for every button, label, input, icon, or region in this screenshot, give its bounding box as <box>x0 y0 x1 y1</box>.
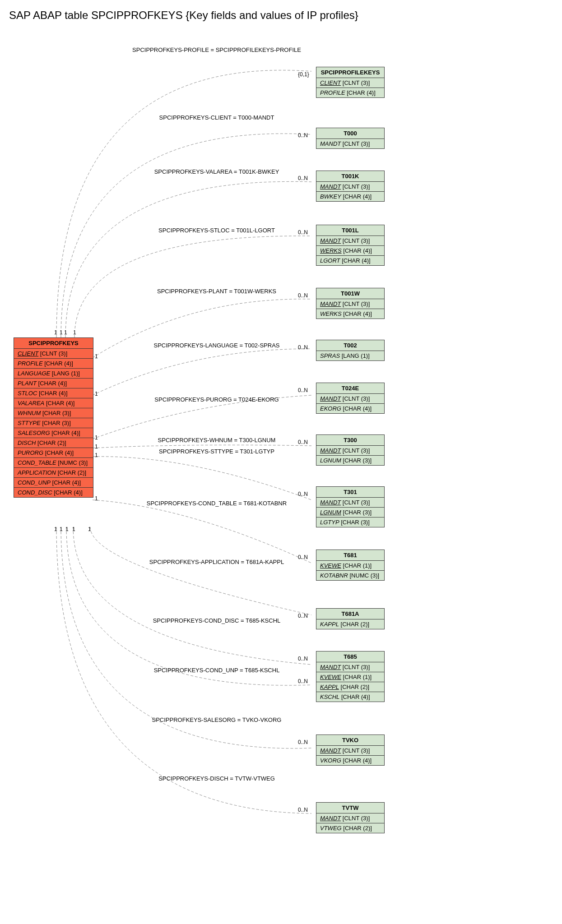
entity-header: T000 <box>316 128 384 139</box>
relation-label: SPCIPPROFKEYS-CLIENT = T000-MANDT <box>126 114 307 121</box>
entity-field: KAPPL [CHAR (2)] <box>316 682 384 692</box>
entity-field: SPRAS [LANG (1)] <box>316 351 384 360</box>
entity-field: BWKEY [CHAR (4)] <box>316 192 384 201</box>
entity-t001w: T001WMANDT [CLNT (3)]WERKS [CHAR (4)] <box>316 288 385 319</box>
entity-field: WERKS [CHAR (4)] <box>316 246 384 256</box>
cardinality-main-right: 1 <box>95 434 98 441</box>
entity-field: LGTYP [CHAR (3)] <box>316 517 384 527</box>
cardinality-main-top: 1 <box>73 329 76 336</box>
entity-field: MANDT [CLNT (3)] <box>316 746 384 756</box>
entity-header: T681 <box>316 550 384 561</box>
entity-field: CLIENT [CLNT (3)] <box>316 78 384 88</box>
entity-header: SPCIPPROFILEKEYS <box>316 67 384 78</box>
entity-t300: T300MANDT [CLNT (3)]LGNUM [CHAR (3)] <box>316 434 385 466</box>
entity-header: T001L <box>316 225 384 236</box>
cardinality: 0..N <box>298 491 308 497</box>
entity-header: T301 <box>316 487 384 498</box>
entity-main-field: CLIENT [CLNT (3)] <box>14 349 93 359</box>
relation-label: SPCIPPROFKEYS-STTYPE = T301-LGTYP <box>126 448 307 455</box>
cardinality-main-top: 1 <box>60 329 63 336</box>
entity-header: TVKO <box>316 735 384 746</box>
relation-label: SPCIPPROFKEYS-COND_TABLE = T681-KOTABNR <box>126 500 307 507</box>
relation-label: SPCIPPROFKEYS-VALAREA = T001K-BWKEY <box>126 168 307 175</box>
entity-main-field: PURORG [CHAR (4)] <box>14 448 93 458</box>
relation-label: SPCIPPROFKEYS-DISCH = TVTW-VTWEG <box>126 775 307 782</box>
entity-field: WERKS [CHAR (4)] <box>316 309 384 319</box>
entity-main-field: COND_DISC [CHAR (4)] <box>14 488 93 497</box>
entity-spcipprofilekeys: SPCIPPROFILEKEYSCLIENT [CLNT (3)]PROFILE… <box>316 67 385 98</box>
cardinality-main-right: 1 <box>95 495 98 502</box>
entity-field: MANDT [CLNT (3)] <box>316 446 384 456</box>
entity-t681: T681KVEWE [CHAR (1)]KOTABNR [NUMC (3)] <box>316 550 385 581</box>
entity-tvtw: TVTWMANDT [CLNT (3)]VTWEG [CHAR (2)] <box>316 802 385 833</box>
entity-t000: T000MANDT [CLNT (3)] <box>316 128 385 149</box>
entity-header: T300 <box>316 435 384 446</box>
relation-label: SPCIPPROFKEYS-PURORG = T024E-EKORG <box>126 396 307 403</box>
cardinality: 0..N <box>298 387 308 393</box>
entity-t301: T301MANDT [CLNT (3)]LGNUM [CHAR (3)]LGTY… <box>316 486 385 527</box>
entity-main-field: VALAREA [CHAR (4)] <box>14 398 93 408</box>
entity-main-field: COND_TABLE [NUMC (3)] <box>14 458 93 468</box>
entity-t001k: T001KMANDT [CLNT (3)]BWKEY [CHAR (4)] <box>316 171 385 202</box>
entity-main-header: SPCIPPROFKEYS <box>14 338 93 349</box>
entity-main-field: LANGUAGE [LANG (1)] <box>14 369 93 379</box>
relation-label: SPCIPPROFKEYS-COND_DISC = T685-KSCHL <box>126 617 307 624</box>
cardinality-main-right: 1 <box>95 452 98 458</box>
entity-field: KVEWE [CHAR (1)] <box>316 561 384 571</box>
relation-label: SPCIPPROFKEYS-WHNUM = T300-LGNUM <box>126 437 307 444</box>
relation-label: SPCIPPROFKEYS-APPLICATION = T681A-KAPPL <box>126 559 307 565</box>
cardinality-t685-2: 0..N <box>298 678 308 684</box>
entity-header: T002 <box>316 340 384 351</box>
entity-field: KOTABNR [NUMC (3)] <box>316 571 384 580</box>
relation-label: SPCIPPROFKEYS-SALESORG = TVKO-VKORG <box>126 716 307 723</box>
relation-label: SPCIPPROFKEYS-LANGUAGE = T002-SPRAS <box>126 342 307 349</box>
entity-field: VKORG [CHAR (4)] <box>316 756 384 765</box>
entity-field: MANDT [CLNT (3)] <box>316 236 384 246</box>
cardinality-main-right: 1 <box>95 353 98 360</box>
entity-main-field: WHNUM [CHAR (3)] <box>14 408 93 418</box>
entity-field: MANDT [CLNT (3)] <box>316 182 384 192</box>
cardinality: 0..N <box>298 175 308 181</box>
cardinality-main-bottom: 1 <box>88 526 91 532</box>
entity-header: T001W <box>316 288 384 299</box>
relation-label: SPCIPPROFKEYS-STLOC = T001L-LGORT <box>126 227 307 234</box>
entity-main-field: COND_UNP [CHAR (4)] <box>14 478 93 488</box>
entity-header: T681A <box>316 609 384 619</box>
entity-t685: T685MANDT [CLNT (3)]KVEWE [CHAR (1)]KAPP… <box>316 651 385 702</box>
entity-field: MANDT [CLNT (3)] <box>316 813 384 823</box>
cardinality-main-bottom: 1 <box>54 526 57 532</box>
cardinality-main-top: 1 <box>54 329 57 336</box>
entity-main-field: DISCH [CHAR (2)] <box>14 438 93 448</box>
entity-header: T024E <box>316 383 384 394</box>
cardinality-main-bottom: 1 <box>65 526 69 532</box>
entity-t002: T002SPRAS [LANG (1)] <box>316 340 385 361</box>
cardinality-main-right: 1 <box>95 444 98 450</box>
er-diagram: SPCIPPROFKEYS CLIENT [CLNT (3)]PROFILE [… <box>9 26 551 924</box>
entity-field: VTWEG [CHAR (2)] <box>316 823 384 833</box>
entity-field: MANDT [CLNT (3)] <box>316 139 384 148</box>
entity-main-field: PROFILE [CHAR (4)] <box>14 359 93 369</box>
cardinality: {0,1} <box>298 71 309 78</box>
cardinality-main-top: 1 <box>64 329 67 336</box>
cardinality: 0..N <box>298 656 308 662</box>
entity-field: MANDT [CLNT (3)] <box>316 662 384 672</box>
entity-header: T001K <box>316 171 384 182</box>
page-title: SAP ABAP table SPCIPPROFKEYS {Key fields… <box>9 9 553 22</box>
cardinality-main-bottom: 1 <box>60 526 63 532</box>
entity-field: LGNUM [CHAR (3)] <box>316 456 384 465</box>
entity-field: MANDT [CLNT (3)] <box>316 394 384 404</box>
entity-main-field: PLANT [CHAR (4)] <box>14 379 93 388</box>
relation-label: SPCIPPROFKEYS-PLANT = T001W-WERKS <box>126 288 307 295</box>
cardinality: 0..N <box>298 807 308 813</box>
entity-t001l: T001LMANDT [CLNT (3)]WERKS [CHAR (4)]LGO… <box>316 225 385 266</box>
entity-main: SPCIPPROFKEYS CLIENT [CLNT (3)]PROFILE [… <box>14 337 93 498</box>
cardinality-main-right: 1 <box>95 391 98 397</box>
entity-field: KAPPL [CHAR (2)] <box>316 619 384 629</box>
entity-field: PROFILE [CHAR (4)] <box>316 88 384 97</box>
entity-header: T685 <box>316 651 384 662</box>
entity-field: KVEWE [CHAR (1)] <box>316 672 384 682</box>
entity-main-field: SALESORG [CHAR (4)] <box>14 428 93 438</box>
entity-header: TVTW <box>316 803 384 813</box>
entity-main-field: STTYPE [CHAR (3)] <box>14 418 93 428</box>
entity-main-field: STLOC [CHAR (4)] <box>14 388 93 398</box>
